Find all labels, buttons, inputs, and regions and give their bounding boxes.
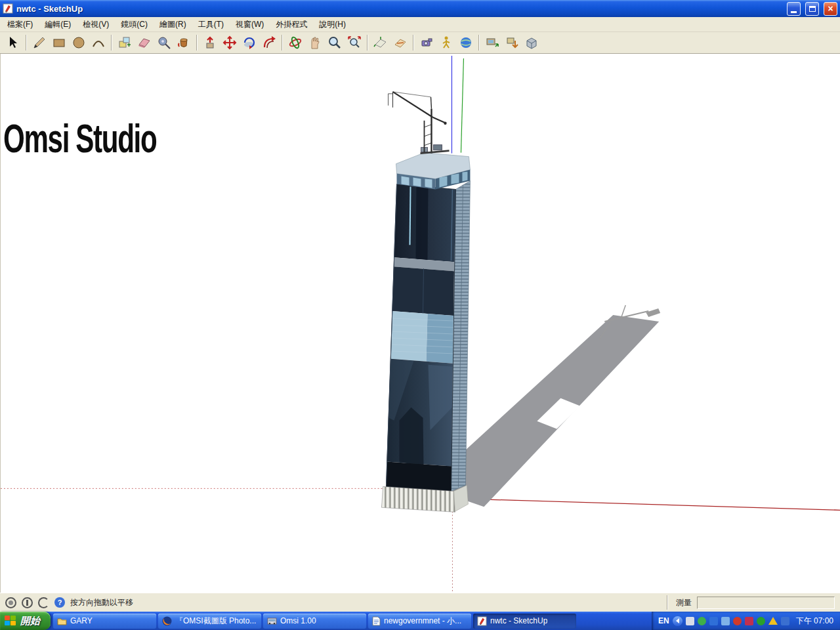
menu-plugins[interactable]: 外掛程式 bbox=[270, 17, 313, 32]
pan-tool-button[interactable] bbox=[305, 33, 325, 52]
status-circle-icon-1[interactable] bbox=[5, 597, 16, 608]
rotate-tool-icon bbox=[242, 35, 257, 50]
rotate-tool-button[interactable] bbox=[240, 33, 259, 52]
eraser-tool-button[interactable] bbox=[135, 33, 154, 52]
move-tool-button[interactable] bbox=[220, 33, 240, 52]
crane bbox=[388, 92, 450, 154]
walk-tool-icon bbox=[439, 35, 453, 50]
toolbar-separator bbox=[413, 35, 414, 51]
section-display-button[interactable] bbox=[390, 33, 410, 52]
section-plane-button[interactable] bbox=[371, 33, 390, 52]
security-tray-icon[interactable] bbox=[745, 617, 753, 625]
sketchup-icon bbox=[477, 616, 487, 626]
zoom-extents-button[interactable] bbox=[345, 33, 364, 52]
menu-help[interactable]: 說明(H) bbox=[313, 17, 352, 32]
taskbar-clock[interactable]: 下午 07:00 bbox=[796, 616, 833, 627]
menu-view[interactable]: 檢視(V) bbox=[77, 17, 115, 32]
language-indicator[interactable]: EN bbox=[658, 616, 669, 625]
taskbar-item-omsi-app[interactable]: Omsi 1.00 bbox=[263, 614, 366, 629]
menu-file[interactable]: 檔案(F) bbox=[1, 17, 39, 32]
circle-tool-button[interactable] bbox=[69, 33, 89, 52]
ime-tray-icon[interactable] bbox=[686, 617, 694, 625]
arc-tool-button[interactable] bbox=[89, 33, 108, 52]
menu-camera[interactable]: 鏡頭(C) bbox=[115, 17, 154, 32]
google-earth-button[interactable] bbox=[456, 33, 476, 52]
measurement-input[interactable] bbox=[697, 597, 835, 609]
red-axis bbox=[470, 499, 840, 510]
help-icon[interactable]: ? bbox=[54, 597, 65, 608]
start-button[interactable]: 開始 bbox=[0, 612, 51, 630]
push-pull-button[interactable] bbox=[200, 33, 220, 52]
section-plane-icon bbox=[373, 35, 388, 50]
app-tray-icon[interactable] bbox=[781, 617, 789, 625]
place-model-button[interactable] bbox=[502, 33, 522, 52]
messenger-tray-icon[interactable] bbox=[709, 617, 718, 625]
place-model-icon bbox=[505, 35, 519, 50]
facade-glass-band-right bbox=[426, 314, 453, 364]
system-tray: EN 下午 07:00 bbox=[652, 612, 840, 630]
status-circle-icon-2[interactable] bbox=[22, 597, 33, 608]
windows-logo-icon bbox=[5, 616, 16, 626]
get-current-view-button[interactable] bbox=[482, 33, 502, 52]
antivirus-tray-icon[interactable] bbox=[698, 617, 706, 625]
taskbar-buttons: GARY 『OMSI截圖版 Photo... Omsi 1.00 newgove… bbox=[51, 612, 652, 630]
restore-icon bbox=[809, 6, 816, 12]
arc-tool-icon bbox=[91, 35, 106, 50]
select-tool-button[interactable] bbox=[3, 33, 23, 52]
omsi-app-icon bbox=[267, 616, 277, 626]
taskbar-item-label: Omsi 1.00 bbox=[280, 616, 316, 625]
hide-icons-chevron[interactable] bbox=[673, 616, 682, 626]
update-tray-icon[interactable] bbox=[757, 617, 765, 625]
get-current-view-icon bbox=[485, 35, 499, 50]
taskbar-item-newgovernmnet[interactable]: newgovernmnet - 小... bbox=[368, 614, 471, 629]
taskbar-item-label: newgovernmnet - 小... bbox=[384, 616, 461, 627]
tower-model bbox=[382, 145, 471, 513]
select-tool-icon bbox=[6, 35, 20, 50]
network-tray-icon[interactable] bbox=[733, 617, 742, 625]
document-icon bbox=[372, 616, 381, 626]
zoom-tool-button[interactable] bbox=[325, 33, 345, 52]
menu-tools[interactable]: 工具(T) bbox=[192, 17, 230, 32]
google-earth-icon bbox=[459, 35, 473, 50]
menu-draw[interactable]: 繪圖(R) bbox=[154, 17, 192, 32]
orbit-tool-button[interactable] bbox=[285, 33, 305, 52]
statusbar: ? 按方向拖動以平移 測量 bbox=[0, 593, 840, 612]
desktop: nwtc - SketchUp × 檔案(F) 編輯(E) 檢視(V) 鏡頭(C… bbox=[0, 0, 840, 630]
titlebar: nwtc - SketchUp × bbox=[0, 0, 840, 17]
warning-tray-icon[interactable] bbox=[768, 617, 778, 625]
toolbar-separator bbox=[478, 35, 480, 51]
restore-button[interactable] bbox=[805, 2, 819, 16]
toolbar-separator bbox=[196, 35, 198, 51]
zoom-tool-icon bbox=[327, 35, 342, 50]
minimize-button[interactable] bbox=[787, 2, 801, 16]
zoom-extents-icon bbox=[347, 35, 362, 50]
taskbar-item-label: nwtc - SketchUp bbox=[490, 616, 547, 625]
make-component-button[interactable] bbox=[115, 33, 135, 52]
section-display-icon bbox=[393, 35, 408, 50]
paint-bucket-button[interactable] bbox=[174, 33, 194, 52]
status-circle-icon-3[interactable] bbox=[38, 597, 49, 608]
menu-window[interactable]: 視窗(W) bbox=[230, 17, 270, 32]
close-button[interactable]: × bbox=[824, 2, 837, 16]
viewport[interactable]: Omsi Studio bbox=[0, 54, 840, 593]
taskbar-item-omsi-photo[interactable]: 『OMSI截圖版 Photo... bbox=[158, 614, 261, 629]
volume-tray-icon[interactable] bbox=[721, 617, 730, 625]
walk-tool-button[interactable] bbox=[436, 33, 456, 52]
get-models-button[interactable] bbox=[522, 33, 541, 52]
menu-edit[interactable]: 編輯(E) bbox=[39, 17, 77, 32]
taskbar-item-gary[interactable]: GARY bbox=[53, 614, 156, 629]
tape-measure-icon bbox=[157, 35, 171, 50]
tape-measure-button[interactable] bbox=[154, 33, 174, 52]
taskbar-item-sketchup[interactable]: nwtc - SketchUp bbox=[473, 614, 576, 629]
window-title: nwtc - SketchUp bbox=[16, 4, 782, 14]
facade-glass-band-left bbox=[390, 311, 427, 362]
taskbar-item-label: 『OMSI截圖版 Photo... bbox=[175, 616, 256, 627]
menubar: 檔案(F) 編輯(E) 檢視(V) 鏡頭(C) 繪圖(R) 工具(T) 視窗(W… bbox=[0, 17, 840, 32]
offset-tool-button[interactable] bbox=[259, 33, 279, 52]
line-tool-button[interactable] bbox=[30, 33, 49, 52]
toolbar-separator bbox=[367, 35, 368, 51]
position-camera-button[interactable] bbox=[417, 33, 436, 52]
rectangle-tool-button[interactable] bbox=[49, 33, 69, 52]
taskbar-item-label: GARY bbox=[70, 616, 93, 625]
green-axis bbox=[461, 58, 463, 153]
